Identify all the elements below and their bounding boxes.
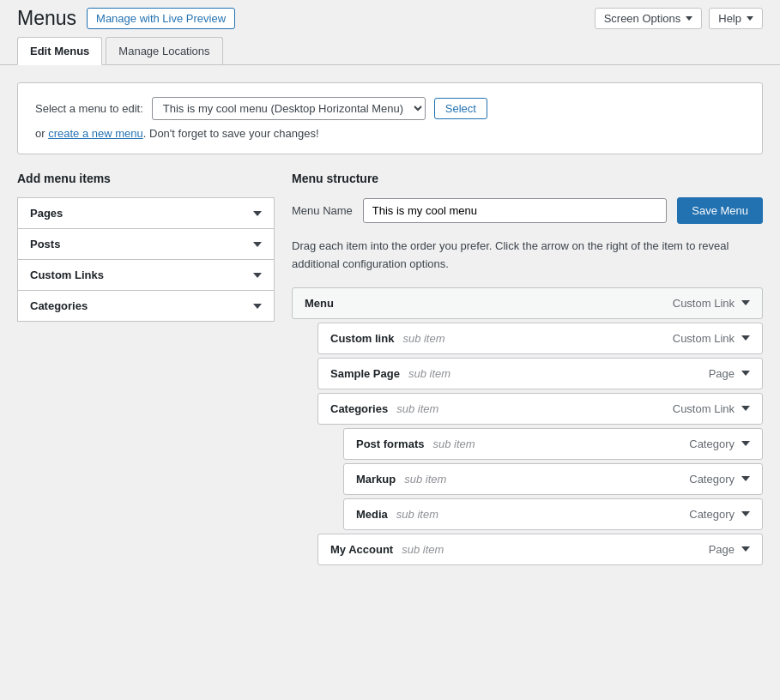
menu-item-arrow-categories[interactable] <box>741 406 750 411</box>
menu-item-left-markup: Markup sub item <box>356 473 446 486</box>
main-content: Select a menu to edit: This is my cool m… <box>0 65 780 582</box>
accordion-label-pages: Pages <box>30 207 63 220</box>
chevron-down-icon <box>747 16 753 21</box>
menu-item-name-custom-link: Custom link <box>330 332 394 345</box>
menu-item-sample-page: Sample Page sub item Page <box>317 358 763 389</box>
menu-item-sub-categories: sub item <box>396 402 438 415</box>
menu-item-name-my-account: My Account <box>330 543 393 556</box>
menu-item-left-post-formats: Post formats sub item <box>356 438 475 450</box>
menu-item-sub-sample-page: sub item <box>408 367 450 380</box>
menu-item-type-post-formats: Category <box>689 438 735 450</box>
menu-item-right-post-formats: Category <box>689 438 750 450</box>
accordion-arrow-posts <box>253 242 262 247</box>
menu-item-categories: Categories sub item Custom Link <box>317 393 763 425</box>
accordion-label-custom-links: Custom Links <box>30 269 104 281</box>
accordion-header-categories[interactable]: Categories <box>18 291 274 321</box>
menu-item-sub-media: sub item <box>396 508 438 521</box>
live-preview-button[interactable]: Manage with Live Preview <box>87 8 235 29</box>
menu-item-right-my-account: Page <box>709 543 750 556</box>
menu-item-arrow-custom-link[interactable] <box>741 335 750 341</box>
save-menu-button[interactable]: Save Menu <box>677 197 763 224</box>
right-column: Menu structure Menu Name Save Menu Drag … <box>292 172 763 565</box>
accordion-arrow-pages <box>253 211 262 216</box>
menu-item-arrow-media[interactable] <box>741 511 750 516</box>
tab-manage-locations[interactable]: Manage Locations <box>106 37 222 64</box>
accordion-list: Pages Posts Custom Links <box>17 197 275 322</box>
menu-item-right-markup: Category <box>689 473 750 486</box>
two-column-layout: Add menu items Pages Posts Cust <box>17 172 763 565</box>
menu-items-container: Menu Custom Link Custom link sub item Cu… <box>292 287 763 565</box>
top-bar: Menus Manage with Live Preview Screen Op… <box>0 0 780 37</box>
menu-item-type-menu-root: Custom Link <box>673 297 735 310</box>
menu-name-row: Menu Name Save Menu <box>292 197 763 224</box>
accordion-item-categories: Categories <box>17 291 275 322</box>
menu-name-input[interactable] <box>363 198 667 223</box>
or-text: or <box>35 127 45 140</box>
menu-item-arrow-post-formats[interactable] <box>741 441 750 446</box>
menu-item-right-media: Category <box>689 508 750 521</box>
menu-item-type-sample-page: Page <box>709 367 735 380</box>
menu-item-right-custom-link: Custom Link <box>673 332 750 345</box>
menu-item-name-post-formats: Post formats <box>356 438 424 450</box>
accordion-label-posts: Posts <box>30 238 60 250</box>
top-bar-left: Menus Manage with Live Preview <box>17 7 235 30</box>
menu-item-name-markup: Markup <box>356 473 396 486</box>
create-new-menu-link[interactable]: create a new menu <box>48 127 143 140</box>
menu-item-left-categories: Categories sub item <box>330 402 438 415</box>
menu-item-arrow-menu-root[interactable] <box>741 300 750 305</box>
menu-item-left-custom-link: Custom link sub item <box>330 332 445 345</box>
menu-item-arrow-my-account[interactable] <box>741 546 750 552</box>
tabs-bar: Edit Menus Manage Locations <box>0 37 780 65</box>
accordion-header-posts[interactable]: Posts <box>18 229 274 259</box>
help-button[interactable]: Help <box>709 8 763 29</box>
menu-name-label: Menu Name <box>292 204 353 217</box>
menu-item-name-sample-page: Sample Page <box>330 367 400 380</box>
menu-select-dropdown[interactable]: This is my cool menu (Desktop Horizontal… <box>152 97 426 120</box>
reminder-text: . Don't forget to save your changes! <box>143 127 319 140</box>
menu-item-left-sample-page: Sample Page sub item <box>330 367 450 380</box>
drag-instructions: Drag each item into the order you prefer… <box>292 238 763 274</box>
accordion-item-pages: Pages <box>17 197 275 229</box>
accordion-header-pages[interactable]: Pages <box>18 198 274 228</box>
menu-item-custom-link: Custom link sub item Custom Link <box>317 323 763 354</box>
screen-options-button[interactable]: Screen Options <box>595 8 703 29</box>
menu-item-name-media: Media <box>356 508 388 521</box>
menu-item-left-my-account: My Account sub item <box>330 543 444 556</box>
menu-item-name-categories: Categories <box>330 402 388 415</box>
menu-item-media: Media sub item Category <box>343 498 763 530</box>
top-bar-right: Screen Options Help <box>595 8 763 29</box>
tabs: Edit Menus Manage Locations <box>17 37 763 64</box>
menu-item-left-media: Media sub item <box>356 508 438 521</box>
menu-item-type-categories: Custom Link <box>673 402 735 415</box>
menu-item-type-media: Category <box>689 508 735 521</box>
menu-item-my-account: My Account sub item Page <box>317 534 763 565</box>
menu-item-sub-markup: sub item <box>404 473 446 486</box>
page-title: Menus <box>17 7 76 30</box>
menu-structure-title: Menu structure <box>292 172 763 185</box>
accordion-item-posts: Posts <box>17 229 275 260</box>
add-menu-items-title: Add menu items <box>17 172 275 185</box>
accordion-arrow-categories <box>253 304 262 309</box>
left-column: Add menu items Pages Posts Cust <box>17 172 275 322</box>
help-label: Help <box>718 12 741 25</box>
accordion-arrow-custom-links <box>253 273 262 278</box>
menu-item-sub-my-account: sub item <box>402 543 444 556</box>
menu-item-type-custom-link: Custom Link <box>673 332 735 345</box>
menu-item-type-markup: Category <box>689 473 735 486</box>
select-menu-label: Select a menu to edit: <box>35 102 143 115</box>
menu-item-name-menu-root: Menu <box>305 297 334 310</box>
menu-item-markup: Markup sub item Category <box>343 463 763 495</box>
menu-item-arrow-sample-page[interactable] <box>741 371 750 376</box>
accordion-header-custom-links[interactable]: Custom Links <box>18 260 274 290</box>
create-new-text: or create a new menu. Don't forget to sa… <box>35 127 745 140</box>
menu-item-sub-post-formats: sub item <box>432 438 475 450</box>
screen-options-label: Screen Options <box>604 12 681 25</box>
select-button[interactable]: Select <box>434 98 487 119</box>
menu-item-post-formats: Post formats sub item Category <box>343 428 763 460</box>
menu-item-left-menu-root: Menu <box>305 297 334 310</box>
tab-edit-menus[interactable]: Edit Menus <box>17 37 102 65</box>
menu-item-menu-root: Menu Custom Link <box>292 287 763 319</box>
select-menu-box: Select a menu to edit: This is my cool m… <box>17 82 763 154</box>
chevron-down-icon <box>686 16 692 21</box>
menu-item-arrow-markup[interactable] <box>741 476 750 481</box>
